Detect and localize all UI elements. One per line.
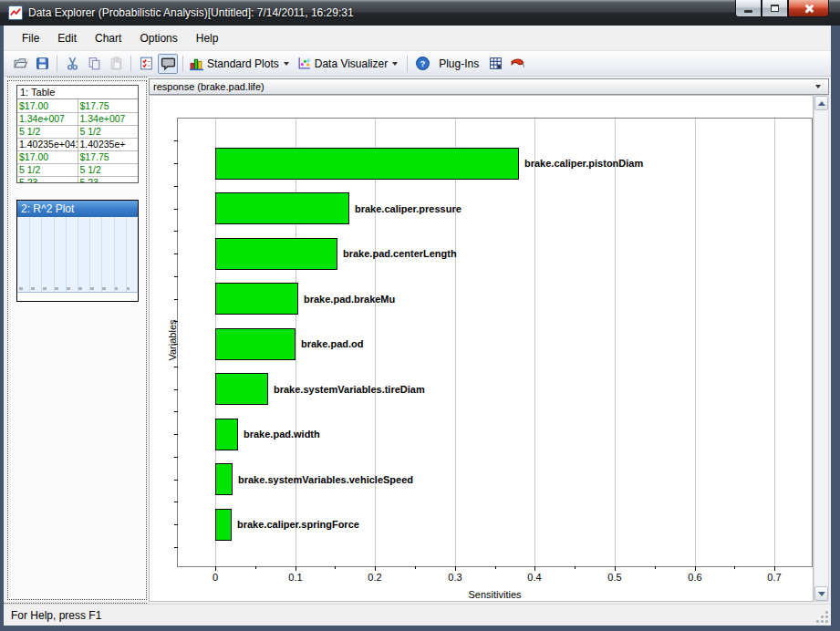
table-cell: $17.75 <box>78 150 138 163</box>
x-tick-label: 0 <box>195 572 235 583</box>
sensitivity-bar[interactable] <box>215 283 298 315</box>
response-selector[interactable]: response (brake.pad.life) <box>149 78 829 95</box>
status-bar: For Help, press F1 <box>4 604 831 626</box>
speech-bubble-icon <box>161 56 176 71</box>
x-axis-tick <box>215 566 216 571</box>
table-cell: 1.40235e+041 <box>17 138 78 150</box>
checklist-icon <box>139 56 154 71</box>
y-axis-tick <box>174 480 178 481</box>
thumbnail-table-title: 1: Table <box>17 86 138 99</box>
menu-bar: File Edit Chart Options Help <box>4 26 831 51</box>
sensitivity-bar[interactable] <box>215 419 238 450</box>
gridline <box>455 119 456 566</box>
app-chart-icon <box>8 5 23 20</box>
x-axis-minor-tick <box>655 566 656 569</box>
menu-help[interactable]: Help <box>187 28 228 48</box>
x-tick-label: 0.5 <box>595 572 635 583</box>
x-axis-minor-tick <box>335 566 336 569</box>
table-row: 1.34e+0071.34e+007 <box>17 112 138 125</box>
maximize-button[interactable] <box>762 0 788 17</box>
r2-thumb-gridline <box>29 217 30 292</box>
gridline <box>375 119 376 566</box>
plugin-flag-button[interactable] <box>507 54 527 74</box>
thumbnail-r2-title: 2: R^2 Plot <box>17 201 138 217</box>
svg-text:?: ? <box>420 58 425 68</box>
r2-thumbnail-plot <box>17 217 138 293</box>
x-tick-label: 0.7 <box>754 572 794 583</box>
r2-thumb-gridline <box>114 217 115 292</box>
chevron-down-icon <box>284 62 289 66</box>
standard-plots-button[interactable]: Standard Plots <box>188 54 294 74</box>
paste-button <box>106 54 126 74</box>
sensitivity-bar[interactable] <box>215 509 232 541</box>
table-cell: $17.00 <box>17 150 78 163</box>
close-button[interactable] <box>788 0 829 17</box>
bar-label: brake.caliper.pistonDiam <box>524 159 643 169</box>
menu-edit[interactable]: Edit <box>48 28 86 48</box>
response-selector-value: response (brake.pad.life) <box>153 81 264 92</box>
gridline <box>774 119 775 566</box>
minimize-button[interactable] <box>735 0 762 17</box>
checklist-button[interactable] <box>136 54 156 74</box>
y-axis-tick <box>174 299 178 300</box>
r2-thumb-gridline <box>66 217 67 292</box>
y-axis-tick <box>174 389 178 390</box>
save-button[interactable] <box>32 54 52 74</box>
sensitivity-bar[interactable] <box>215 328 296 360</box>
scroll-up-button[interactable] <box>814 96 828 110</box>
thumbnail-r2-plot-selected[interactable]: 2: R^2 Plot <box>16 200 139 302</box>
table-row: 5.235.23 <box>17 176 138 183</box>
table-cell: 5 1/2 <box>17 163 78 176</box>
preview-table: $17.00$17.751.34e+0071.34e+0075 1/25 1/2… <box>17 99 138 183</box>
help-button[interactable]: ? <box>412 54 432 74</box>
plot-area: 00.10.20.30.40.50.60.7brake.caliper.pist… <box>177 118 813 567</box>
bar-label: brake.caliper.springForce <box>237 520 359 530</box>
x-axis-minor-tick <box>495 566 496 569</box>
r2-thumb-gridline <box>54 217 55 292</box>
table-row: $17.00$17.75 <box>17 150 138 163</box>
sensitivity-bar[interactable] <box>215 238 337 270</box>
title-bar[interactable]: Data Explorer (Probabilistic Analysis)[U… <box>0 0 840 26</box>
chart-panel: response (brake.pad.life) 00.10.20.30.40… <box>147 77 831 604</box>
arrow-up-icon <box>818 101 825 106</box>
table-cell: 5 1/2 <box>17 125 78 138</box>
scroll-down-button[interactable] <box>814 586 828 601</box>
open-button[interactable] <box>10 54 30 74</box>
minimize-icon <box>744 10 752 13</box>
toolbar: Standard Plots Data Visualizer ? <box>4 51 831 77</box>
menu-file[interactable]: File <box>13 28 48 48</box>
table-row: 5 1/25 1/2 <box>17 125 138 138</box>
copy-icon <box>87 56 102 71</box>
x-axis-minor-tick <box>734 566 735 569</box>
table-grid-icon <box>488 56 503 71</box>
data-visualizer-label: Data Visualizer <box>315 57 388 70</box>
table-cell: 1.40235e+ <box>78 138 138 150</box>
bar-label: brake.systemVariables.vehicleSpeed <box>238 475 413 485</box>
sensitivity-bar[interactable] <box>215 463 233 495</box>
cut-button[interactable] <box>62 54 82 74</box>
flag-icon <box>510 56 525 71</box>
menu-chart[interactable]: Chart <box>86 28 130 48</box>
gridline <box>695 119 696 566</box>
annotation-bubble-button[interactable] <box>158 54 178 74</box>
plugin-table-button[interactable] <box>485 54 505 74</box>
sensitivity-bar[interactable] <box>215 192 349 224</box>
sensitivity-bar[interactable] <box>215 148 519 180</box>
data-visualizer-button[interactable]: Data Visualizer <box>296 54 402 74</box>
r2-thumb-gridline <box>41 217 42 292</box>
y-axis-tick <box>174 457 178 458</box>
table-cell: 1.34e+007 <box>78 112 138 125</box>
sensitivity-bar[interactable] <box>215 373 268 405</box>
resize-grip[interactable] <box>816 611 829 624</box>
thumbnail-table[interactable]: 1: Table $17.00$17.751.34e+0071.34e+0075… <box>16 85 139 183</box>
bar-label: brake.pad.brakeMu <box>304 295 395 305</box>
table-row: $17.00$17.75 <box>17 99 138 112</box>
window-title: Data Explorer (Probabilistic Analysis)[U… <box>28 6 354 19</box>
menu-options[interactable]: Options <box>130 28 186 48</box>
copy-button[interactable] <box>84 54 104 74</box>
cut-icon <box>65 56 80 71</box>
table-cell: $17.00 <box>17 99 78 112</box>
chart-canvas: 00.10.20.30.40.50.60.7brake.caliper.pist… <box>149 95 814 602</box>
vertical-scrollbar[interactable] <box>814 95 829 602</box>
x-axis-title: Sensitivities <box>177 589 813 600</box>
